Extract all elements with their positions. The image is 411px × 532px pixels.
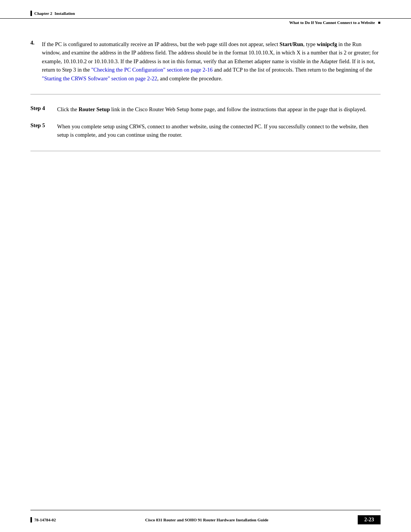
section-bar-icon: ■ xyxy=(378,20,381,25)
step-4-block: Step 4 Click the Router Setup link in th… xyxy=(30,105,381,113)
footer: 78-14784-02 Cisco 831 Router and SOHO 91… xyxy=(0,510,411,532)
bottom-divider xyxy=(30,151,381,151)
footer-page-number: 2-23 xyxy=(358,515,381,524)
divider-after-item4 xyxy=(30,94,381,94)
bold-winipcfg: winipcfg xyxy=(317,41,337,47)
step-4-content: Click the Router Setup link in the Cisco… xyxy=(57,105,381,113)
header: Chapter 2 Installation xyxy=(0,0,411,19)
item-4-block: 4. If the PC is configured to automatica… xyxy=(30,40,381,83)
footer-center-text: Cisco 831 Router and SOHO 91 Router Hard… xyxy=(145,518,269,522)
main-content: 4. If the PC is configured to automatica… xyxy=(0,40,411,532)
footer-top-line xyxy=(30,510,381,510)
bold-start-run: Start/Run xyxy=(280,41,303,47)
step-5-label: Step 5 xyxy=(30,122,57,139)
section-title: What to Do If You Cannot Connect to a We… xyxy=(289,20,381,25)
bold-router-setup: Router Setup xyxy=(78,106,110,112)
step-4-label: Step 4 xyxy=(30,105,57,113)
page: Chapter 2 Installation What to Do If You… xyxy=(0,0,411,532)
item-4-content: If the PC is configured to automatically… xyxy=(42,40,381,83)
link-starting-crws[interactable]: "Starting the CRWS Software" section on … xyxy=(42,75,157,81)
header-left: Chapter 2 Installation xyxy=(30,11,75,16)
header-bar-icon xyxy=(30,11,32,16)
subheader: What to Do If You Cannot Connect to a We… xyxy=(0,19,411,25)
item-4-number: 4. xyxy=(30,40,42,83)
chapter-section: Installation xyxy=(54,11,75,16)
link-checking-pc-config[interactable]: "Checking the PC Configuration" section … xyxy=(91,67,213,73)
footer-bar-icon xyxy=(30,517,32,522)
step-5-block: Step 5 When you complete setup using CRW… xyxy=(30,122,381,139)
step-5-content: When you complete setup using CRWS, conn… xyxy=(57,122,381,139)
footer-left: 78-14784-02 xyxy=(30,517,56,522)
footer-doc-number: 78-14784-02 xyxy=(34,518,56,522)
chapter-label: Chapter 2 xyxy=(34,11,52,16)
item-4-paragraph: If the PC is configured to automatically… xyxy=(42,40,381,83)
